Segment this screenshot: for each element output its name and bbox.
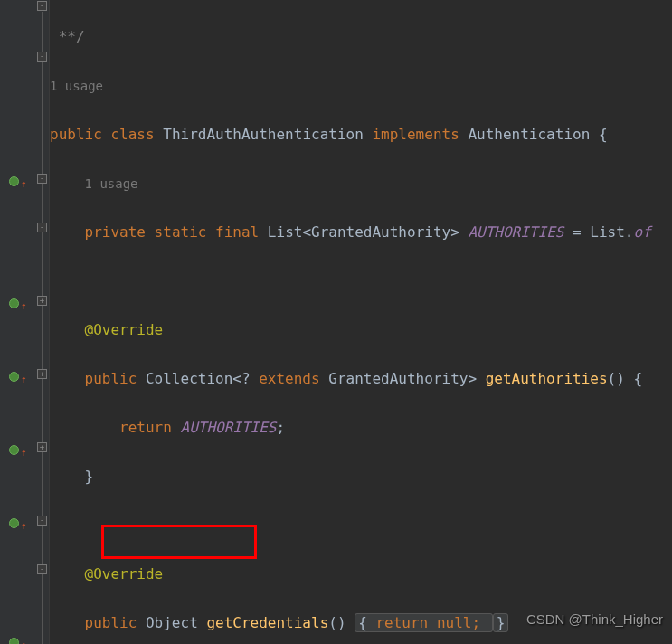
method-name: getCredentials: [206, 614, 328, 631]
type: List<: [268, 223, 311, 241]
keyword: class: [110, 126, 154, 143]
folded-body[interactable]: { return null;: [355, 613, 493, 632]
keyword: static: [155, 223, 207, 241]
type: GrantedAuthority: [328, 370, 468, 387]
override-icon[interactable]: [9, 176, 19, 186]
code-editor[interactable]: **/ 1 usage public class ThirdAuthAuthen…: [50, 0, 672, 644]
keyword: implements: [372, 126, 459, 143]
fold-handle[interactable]: -: [37, 52, 47, 62]
field-name: AUTHORITIES: [468, 223, 563, 241]
usage-hint[interactable]: 1 usage: [85, 176, 138, 191]
folded-brace-close[interactable]: }: [493, 613, 509, 632]
parens: (): [608, 370, 625, 387]
override-arrow-icon: ↑: [21, 633, 27, 644]
override-arrow-icon: ↑: [21, 294, 27, 318]
keyword: final: [215, 223, 259, 241]
method-ref: of: [634, 223, 651, 241]
override-icon[interactable]: [9, 518, 19, 528]
fold-handle[interactable]: -: [37, 174, 47, 184]
fold-handle[interactable]: -: [37, 223, 47, 232]
parens: (): [328, 614, 345, 631]
override-arrow-icon: ↑: [21, 367, 27, 392]
annotation: @Override: [85, 321, 164, 338]
override-icon[interactable]: [9, 445, 19, 455]
method-name: getAuthorities: [486, 370, 608, 387]
override-arrow-icon: ↑: [21, 440, 27, 465]
semi: ;: [276, 419, 285, 436]
comment-text: **/: [50, 28, 85, 45]
annotation: @Override: [85, 565, 164, 582]
override-icon[interactable]: [9, 298, 19, 308]
brace: }: [85, 468, 94, 485]
keyword: public: [50, 126, 102, 143]
fold-handle[interactable]: -: [37, 564, 47, 574]
type: >: [468, 370, 477, 387]
override-arrow-icon: ↑: [21, 514, 27, 538]
keyword: public: [85, 370, 137, 387]
fold-line: [42, 12, 43, 52]
op: =: [573, 223, 582, 241]
brace: {: [599, 126, 608, 143]
type: >: [450, 223, 459, 241]
keyword: private: [85, 223, 146, 241]
keyword: return: [119, 419, 172, 436]
fold-handle[interactable]: -: [37, 1, 47, 11]
type: GrantedAuthority: [311, 223, 450, 241]
type: Collection<?: [146, 370, 251, 387]
override-arrow-icon: ↑: [21, 172, 27, 196]
keyword: extends: [259, 370, 319, 387]
keyword: public: [85, 614, 137, 631]
fold-handle[interactable]: -: [37, 516, 47, 526]
fold-handle[interactable]: +: [37, 369, 47, 379]
type: List.: [590, 223, 633, 241]
watermark-text: CSDN @Think_Higher: [526, 607, 663, 631]
override-icon[interactable]: [9, 372, 19, 382]
class-name: ThirdAuthAuthentication: [163, 126, 364, 143]
fold-line: [42, 62, 43, 644]
editor-gutter: - - ↑ - - ↑ + ↑ + ↑ + ↑ - - ↑: [0, 0, 50, 644]
interface-name: Authentication: [468, 126, 590, 143]
brace: {: [633, 370, 642, 387]
override-icon[interactable]: [9, 638, 19, 644]
usage-hint[interactable]: 1 usage: [50, 79, 103, 93]
fold-handle[interactable]: +: [37, 296, 47, 306]
fold-handle[interactable]: +: [37, 442, 47, 452]
field-ref: AUTHORITIES: [181, 419, 277, 436]
type: Object: [146, 614, 198, 631]
